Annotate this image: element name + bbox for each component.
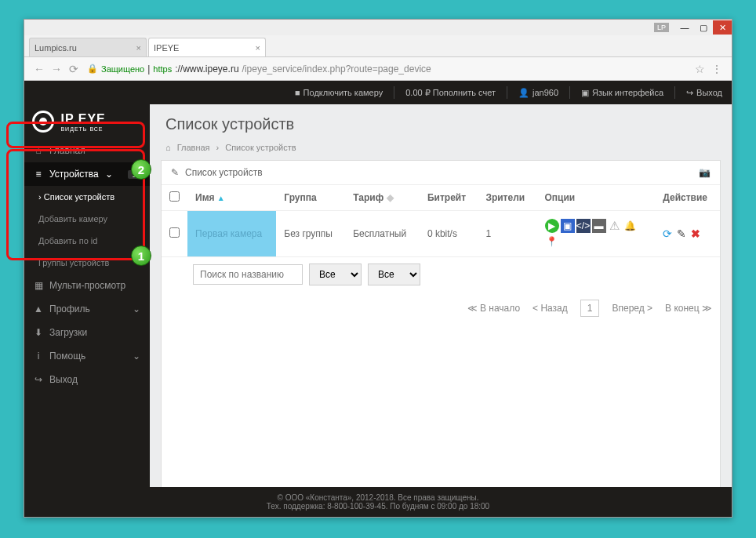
breadcrumb: ⌂ Главная › Список устройств	[150, 138, 732, 160]
sort-asc-icon: ▲	[217, 194, 225, 202]
device-bitrate: 0 kbit/s	[420, 211, 478, 257]
home-icon: ⌂	[34, 145, 43, 156]
row-checkbox[interactable]	[169, 227, 180, 238]
grid-icon: ▦	[34, 280, 43, 291]
home-icon: ⌂	[165, 143, 171, 152]
subnav-device-list[interactable]: › Список устройств	[24, 186, 150, 208]
table-row: Первая камера Без группы Бесплатный 0 kb…	[162, 211, 720, 257]
close-button[interactable]: ✕	[713, 20, 732, 35]
url-host: ://www.ipeye.ru	[175, 64, 238, 75]
secure-label: Защищено	[101, 64, 144, 74]
info-icon: i	[34, 351, 43, 362]
page-first[interactable]: ≪ В начало	[467, 303, 520, 314]
page-title: Список устройств	[165, 115, 716, 133]
globe-icon: ▣	[581, 88, 589, 98]
tariff-filter[interactable]: Все	[368, 264, 420, 285]
col-group[interactable]: Группа	[276, 185, 345, 211]
delete-icon[interactable]: ✖	[691, 227, 700, 240]
download-icon: ⬇	[34, 327, 43, 338]
subnav-add-by-id[interactable]: Добавить по id	[24, 230, 150, 252]
nav-logout[interactable]: ↪Выход	[24, 368, 150, 391]
chevron-down-icon: ⌄	[133, 351, 140, 362]
nav-profile[interactable]: ▲Профиль⌄	[24, 297, 150, 321]
user-icon: ▲	[34, 304, 43, 314]
page-next[interactable]: Вперед >	[612, 303, 652, 314]
window-titlebar: LP — ▢ ✕	[24, 20, 732, 35]
star-icon[interactable]: ☆	[691, 63, 708, 75]
exit-icon: ↪	[686, 88, 693, 98]
tab-lumpics[interactable]: Lumpics.ru ×	[29, 38, 147, 56]
play-icon[interactable]: ▶	[545, 219, 559, 233]
reload-button[interactable]: ⟳	[65, 63, 82, 75]
user-icon: 👤	[518, 88, 529, 98]
maximize-button[interactable]: ▢	[694, 20, 713, 35]
lock-icon: 🔒	[87, 64, 98, 74]
logo: IP EYEВИДЕТЬ ВСЕ	[24, 104, 150, 139]
annotation-marker-2: 2	[131, 159, 151, 180]
footer: © ООО «Константа», 2012-2018. Все права …	[24, 487, 732, 517]
device-name-link[interactable]: Первая камера	[195, 228, 262, 239]
user-menu[interactable]: 👤jan960	[518, 88, 558, 98]
close-icon[interactable]: ×	[256, 43, 260, 53]
camera-icon: ■	[295, 88, 300, 97]
annotation-marker-1: 1	[131, 245, 151, 266]
address-bar: ← → ⟳ 🔒 Защищено | https://www.ipeye.ru/…	[24, 57, 732, 81]
device-group: Без группы	[276, 211, 345, 257]
subnav-add-camera[interactable]: Добавить камеру	[24, 208, 150, 230]
nav-home[interactable]: ⌂Главная	[24, 139, 150, 162]
close-icon[interactable]: ×	[136, 43, 141, 53]
panel-title: Список устройств	[185, 167, 263, 178]
url-field[interactable]: 🔒 Защищено | https://www.ipeye.ru/ipeye_…	[82, 64, 691, 75]
pencil-icon[interactable]: ✎	[171, 167, 179, 178]
col-actions: Действие	[655, 185, 720, 211]
connect-camera-button[interactable]: ■Подключить камеру	[295, 88, 383, 97]
nav-multiview[interactable]: ▦Мульти-просмотр	[24, 274, 150, 297]
tab-label: IPEYE	[154, 43, 179, 53]
exit-icon: ↪	[34, 374, 43, 385]
pagination: ≪ В начало < Назад 1 Вперед > В конец ≫	[162, 292, 720, 325]
balance-button[interactable]: 0.00 ₽ Пополнить счет	[405, 88, 496, 98]
nav-downloads[interactable]: ⬇Загрузки	[24, 321, 150, 344]
chevron-down-icon: ⌄	[105, 169, 113, 180]
warning-icon: ⚠	[608, 219, 622, 233]
edit-icon[interactable]: ✎	[677, 227, 686, 240]
page-current: 1	[580, 300, 600, 317]
url-path: /ipeye_service/index.php?route=page_devi…	[242, 64, 431, 75]
crumb-current: Список устройств	[225, 143, 296, 152]
col-tariff[interactable]: Тариф ◆	[345, 185, 420, 211]
col-name[interactable]: Имя ▲	[187, 185, 276, 211]
device-panel: ✎ Список устройств 📷 Имя ▲ Группа Тариф …	[161, 160, 721, 506]
embed-icon[interactable]: </>	[576, 219, 591, 233]
device-tariff: Бесплатный	[345, 211, 420, 257]
language-button[interactable]: ▣Язык интерфейса	[581, 88, 663, 98]
device-viewers: 1	[478, 211, 536, 257]
page-prev[interactable]: < Назад	[532, 303, 568, 314]
nav-help[interactable]: iПомощь⌄	[24, 344, 150, 368]
tab-ipeye[interactable]: IPEYE ×	[148, 38, 266, 56]
device-table: Имя ▲ Группа Тариф ◆ Битрейт Зрители Опц…	[162, 185, 720, 257]
col-bitrate: Битрейт	[420, 185, 478, 211]
exit-button[interactable]: ↪Выход	[686, 88, 722, 98]
forward-button[interactable]: →	[48, 63, 65, 75]
chevron-down-icon: ⌄	[133, 304, 140, 314]
back-button[interactable]: ←	[31, 63, 48, 75]
group-filter[interactable]: Все	[309, 264, 362, 285]
app-topbar: ■Подключить камеру 0.00 ₽ Пополнить счет…	[24, 81, 732, 104]
lp-badge: LP	[654, 23, 669, 32]
crumb-home[interactable]: Главная	[177, 143, 210, 152]
refresh-icon[interactable]: ⟳	[663, 227, 672, 240]
col-viewers: Зрители	[478, 185, 536, 211]
page-last[interactable]: В конец ≫	[665, 303, 712, 314]
archive-icon[interactable]: ▬	[592, 219, 606, 233]
camera-icon[interactable]: 📷	[699, 167, 711, 178]
browser-tabs: Lumpics.ru × IPEYE ×	[24, 35, 732, 57]
search-input[interactable]	[193, 264, 303, 285]
bell-icon[interactable]: 🔔	[623, 219, 638, 233]
main-content: Список устройств ⌂ Главная › Список устр…	[150, 104, 732, 517]
menu-icon[interactable]: ⋮	[708, 63, 725, 75]
pin-icon[interactable]: 📍	[545, 234, 559, 249]
tab-label: Lumpics.ru	[35, 43, 77, 53]
minimize-button[interactable]: —	[675, 20, 694, 35]
image-icon[interactable]: ▣	[561, 219, 575, 233]
select-all-checkbox[interactable]	[169, 191, 180, 202]
